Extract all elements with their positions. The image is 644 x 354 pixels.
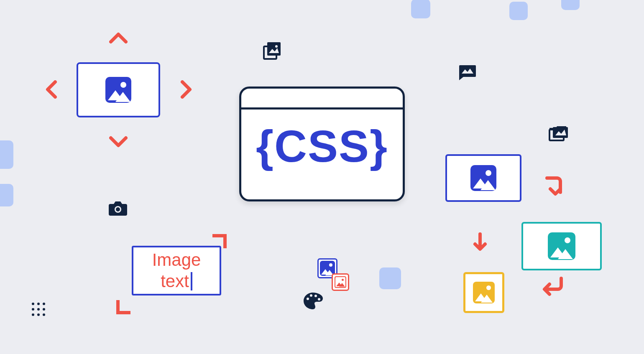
text-line-1: Image	[152, 250, 201, 270]
arrow-turn-down-icon	[544, 176, 565, 199]
image-icon	[473, 282, 495, 303]
grip-dots-icon	[32, 303, 45, 316]
folder-image-icon	[548, 124, 570, 142]
camera-icon	[108, 200, 128, 216]
decorative-square	[411, 0, 430, 18]
image-text-card: Image text	[132, 246, 221, 295]
crop-corner-top-right	[212, 234, 227, 248]
svg-point-6	[310, 294, 312, 297]
chevron-down-icon	[109, 135, 128, 148]
svg-point-7	[314, 295, 317, 297]
svg-point-4	[116, 207, 120, 211]
css-label: {CSS}	[241, 120, 403, 172]
decorative-square	[379, 267, 401, 289]
palette-icon	[303, 292, 323, 310]
mini-image-frame-red	[332, 273, 349, 291]
mms-icon	[457, 64, 477, 81]
svg-point-8	[318, 298, 320, 301]
svg-point-5	[307, 298, 309, 300]
chevron-right-icon	[180, 80, 192, 99]
text-cursor	[191, 272, 192, 290]
image-icon	[105, 77, 131, 103]
svg-rect-1	[267, 42, 281, 56]
chevron-left-icon	[45, 80, 58, 99]
svg-rect-10	[553, 127, 568, 138]
text-line-2: text	[161, 271, 189, 291]
decorative-square	[0, 184, 13, 206]
arrow-return-icon	[539, 276, 565, 298]
image-icon	[548, 232, 575, 260]
brace-open: {	[256, 121, 274, 171]
svg-point-2	[275, 45, 278, 48]
image-card-with-arrows	[77, 62, 160, 117]
css-text: CSS	[274, 121, 370, 171]
photo-stack-icon	[262, 41, 282, 61]
brace-close: }	[370, 121, 388, 171]
crop-corner-bottom-left	[116, 300, 130, 314]
arrow-down-icon	[473, 232, 488, 253]
image-card-teal	[521, 222, 602, 270]
image-icon	[335, 276, 346, 288]
image-icon	[470, 165, 496, 191]
chevron-up-icon	[109, 32, 128, 44]
decorative-square	[0, 140, 13, 169]
css-window-card: {CSS}	[239, 87, 405, 201]
decorative-square	[509, 2, 528, 20]
image-card-yellow	[463, 272, 504, 313]
image-card-medium	[445, 154, 521, 202]
window-titlebar	[241, 89, 403, 110]
decorative-square	[561, 0, 580, 10]
